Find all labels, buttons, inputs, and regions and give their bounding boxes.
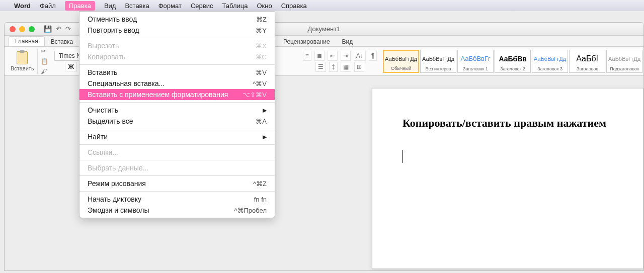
copy-icon[interactable]: 📋 xyxy=(41,58,48,65)
menu-item[interactable]: Эмодзи и символы^⌘Пробел xyxy=(79,205,275,216)
clipboard-side: ✂ 📋 🖌 xyxy=(41,48,48,75)
indent-right-icon[interactable]: ⇥ xyxy=(341,51,351,61)
undo-icon[interactable]: ↶ xyxy=(56,25,61,33)
format-painter-icon[interactable]: 🖌 xyxy=(41,68,48,75)
tab-review[interactable]: Рецензирование xyxy=(277,37,336,46)
menu-item-shortcut: ⌘C xyxy=(256,53,267,61)
style-sample: АаБбВвГгДд xyxy=(385,52,417,66)
menu-item-label: Режим рисования xyxy=(88,179,146,188)
menu-item-label: Эмодзи и символы xyxy=(88,206,149,214)
menu-item[interactable]: Режим рисования^⌘Z xyxy=(79,178,275,189)
save-icon[interactable]: 💾 xyxy=(44,25,52,33)
sort-icon[interactable]: A↓ xyxy=(354,51,366,61)
menu-item: Ссылки... xyxy=(79,147,275,158)
menu-item-shortcut: ⌘X xyxy=(256,42,267,50)
menu-item-shortcut: ^⌘V xyxy=(253,80,267,87)
style-label: Подзаголовок xyxy=(610,66,639,71)
style-tile[interactable]: АаБбВвГгДдОбычный xyxy=(383,50,419,73)
menu-item: Выбрать данные... xyxy=(79,162,275,173)
tab-home[interactable]: Главная xyxy=(9,36,45,46)
style-tile[interactable]: АаБбВвЗаголовок 2 xyxy=(495,50,531,73)
indent-left-icon[interactable]: ⇤ xyxy=(328,51,338,61)
menu-item[interactable]: Вставить с применением форматирования⌥⇧⌘… xyxy=(79,89,275,100)
menu-item[interactable]: Вставить⌘V xyxy=(79,67,275,78)
menu-item-label: Отменить ввод xyxy=(88,15,137,23)
menu-item[interactable]: Начать диктовкуfn fn xyxy=(79,194,275,205)
style-label: Заголовок xyxy=(577,66,598,71)
style-tile[interactable]: АаБбВвГгДдЗаголовок 3 xyxy=(532,50,568,73)
traffic-lights xyxy=(5,26,35,32)
paragraph-group: ≡ ≣ ⇤ ⇥ A↓ ¶ ☰ ‡ ▦ ⊞ xyxy=(300,49,380,74)
menubar-item-format[interactable]: Формат xyxy=(158,2,182,10)
bold-button[interactable]: Ж xyxy=(65,62,77,71)
style-label: Заголовок 2 xyxy=(500,66,525,71)
menubar-item-window[interactable]: Окно xyxy=(257,2,272,10)
menu-item-shortcut: ⌘Z xyxy=(256,16,267,23)
style-sample: АаБбВвГгДд xyxy=(608,51,640,66)
document-page[interactable]: Копировать/вставить правым нажатием xyxy=(372,88,643,269)
tab-view[interactable]: Вид xyxy=(336,37,359,46)
cut-icon[interactable]: ✂ xyxy=(41,48,48,55)
style-label: Заголовок 3 xyxy=(537,66,562,71)
menu-item-label: Ссылки... xyxy=(88,148,118,156)
paste-label: Вставить xyxy=(11,65,34,71)
menubar-item-edit[interactable]: Правка xyxy=(65,1,95,11)
menu-item-shortcut: ⌥⇧⌘V xyxy=(243,91,267,99)
menubar-item-service[interactable]: Сервис xyxy=(191,2,213,10)
close-icon[interactable] xyxy=(10,26,16,32)
menu-item-label: Очистить xyxy=(88,106,118,114)
style-label: Без интерва xyxy=(426,66,451,71)
style-tile[interactable]: АаБбВвГгДдБез интерва xyxy=(420,50,456,73)
menu-item-shortcut: ⌘Y xyxy=(256,27,267,34)
menu-item[interactable]: Очистить▶ xyxy=(79,105,275,116)
style-sample: АаБбВв xyxy=(499,51,527,66)
style-sample: АаБбI xyxy=(576,51,598,66)
menu-item-label: Специальная вставка... xyxy=(88,79,165,87)
style-label: Обычный xyxy=(391,66,411,71)
shading-icon[interactable]: ▦ xyxy=(341,62,351,72)
align-left-icon[interactable]: ☰ xyxy=(315,62,326,72)
menubar-item-view[interactable]: Вид xyxy=(104,2,116,10)
menu-item: Вырезать⌘X xyxy=(79,40,275,51)
edit-menu-dropdown: Отменить ввод⌘ZПовторить ввод⌘YВырезать⌘… xyxy=(79,11,275,218)
menu-item[interactable]: Найти▶ xyxy=(79,131,275,142)
clipboard-group: Вставить xyxy=(8,49,38,74)
document-heading: Копировать/вставить правым нажатием xyxy=(403,117,613,130)
text-cursor xyxy=(403,150,403,163)
styles-gallery: АаБбВвГгДдОбычныйАаБбВвГгДдБез интерваАа… xyxy=(383,50,642,73)
menu-item-label: Вставить xyxy=(88,68,117,76)
style-sample: АаБбВвГгДд xyxy=(534,51,566,66)
redo-icon[interactable]: ↷ xyxy=(65,25,71,33)
paste-button[interactable]: Вставить xyxy=(11,51,34,71)
bullets-icon[interactable]: ≡ xyxy=(303,51,311,61)
style-tile[interactable]: АаБбВвГгЗаголовок 1 xyxy=(457,50,494,73)
mac-menubar: Word Файл Правка Вид Вставка Формат Серв… xyxy=(0,0,644,11)
menubar-item-file[interactable]: Файл xyxy=(40,2,56,10)
minimize-icon[interactable] xyxy=(19,26,25,32)
menubar-item-insert[interactable]: Вставка xyxy=(125,2,149,10)
menubar-item-table[interactable]: Таблица xyxy=(222,2,248,10)
menu-item-shortcut: ⌘A xyxy=(256,118,267,125)
borders-icon[interactable]: ⊞ xyxy=(354,62,364,72)
menu-item-label: Выбрать данные... xyxy=(88,164,148,172)
line-spacing-icon[interactable]: ‡ xyxy=(329,62,338,72)
menu-item-shortcut: fn fn xyxy=(254,196,267,203)
style-tile[interactable]: АаБбIЗаголовок xyxy=(569,50,605,73)
menu-item[interactable]: Специальная вставка...^⌘V xyxy=(79,78,275,89)
menu-item[interactable]: Выделить все⌘A xyxy=(79,116,275,127)
style-tile[interactable]: АаБбВвГгДдПодзаголовок xyxy=(606,50,642,73)
menu-item-shortcut: ⌘V xyxy=(256,69,267,76)
tab-insert[interactable]: Вставка xyxy=(45,37,79,46)
menubar-app[interactable]: Word xyxy=(14,2,31,10)
menu-item-label: Найти xyxy=(88,133,108,141)
style-sample: АаБбВвГг xyxy=(460,51,490,66)
menubar-item-help[interactable]: Справка xyxy=(281,2,307,10)
menu-item[interactable]: Повторить ввод⌘Y xyxy=(79,25,275,36)
pilcrow-icon[interactable]: ¶ xyxy=(369,51,377,61)
numbering-icon[interactable]: ≣ xyxy=(314,51,325,61)
maximize-icon[interactable] xyxy=(29,26,35,32)
menu-item[interactable]: Отменить ввод⌘Z xyxy=(79,14,275,25)
window-title: Документ1 xyxy=(308,25,341,33)
menu-item-label: Выделить все xyxy=(88,117,133,125)
menu-item-label: Повторить ввод xyxy=(88,26,139,34)
